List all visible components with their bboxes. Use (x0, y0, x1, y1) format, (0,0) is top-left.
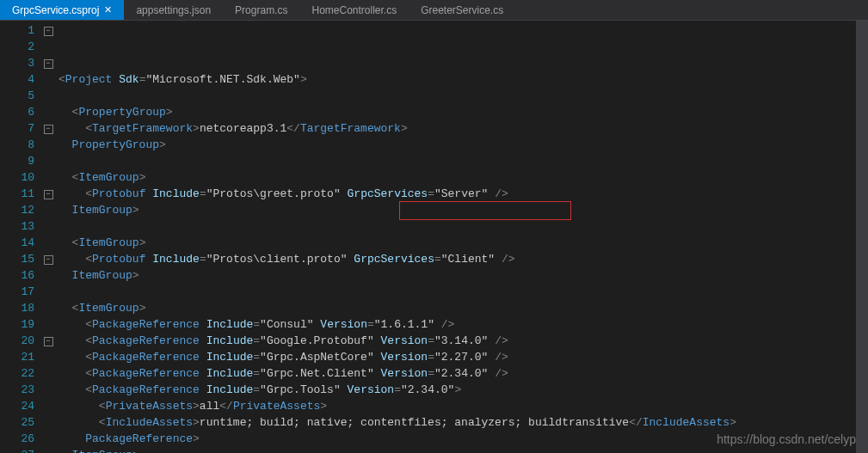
code-line: <ItemGroup> (58, 235, 868, 251)
code-line: <PackageReference Include="Google.Protob… (58, 333, 868, 349)
line-number: 8 (0, 137, 34, 153)
line-number: 3 (0, 55, 34, 71)
fold-toggle-icon[interactable]: − (44, 125, 53, 134)
tab-label: Program.cs (235, 4, 287, 16)
line-number: 14 (0, 235, 34, 251)
line-number: 7 (0, 120, 34, 137)
fold-toggle-icon[interactable]: − (44, 27, 53, 36)
code-line: <PackageReference Include="Grpc.AspNetCo… (58, 349, 868, 365)
fold-toggle-icon[interactable]: − (44, 337, 53, 346)
fold-toggle-icon[interactable]: − (44, 255, 53, 265)
tab-appsettings-json[interactable]: appsettings.json (124, 0, 223, 20)
line-number: 24 (0, 398, 34, 414)
line-number: 18 (0, 300, 34, 316)
fold-toggle-icon[interactable]: − (44, 59, 53, 69)
line-number: 12 (0, 202, 34, 218)
line-number: 11 (0, 186, 34, 202)
tab-bar: GrpcService.csproj✕appsettings.jsonProgr… (0, 0, 868, 21)
line-number: 2 (0, 39, 34, 55)
tab-greeterservice-cs[interactable]: GreeterService.cs (409, 0, 515, 20)
line-number: 10 (0, 169, 34, 186)
code-line: <Protobuf Include="Protos\client.proto" … (58, 251, 868, 267)
tab-homecontroller-cs[interactable]: HomeController.cs (299, 0, 409, 20)
line-number: 5 (0, 88, 34, 104)
fold-column: −−−−−− (41, 21, 55, 453)
code-line: <TargetFramework>netcoreapp3.1</TargetFr… (58, 120, 868, 137)
line-number: 25 (0, 414, 34, 431)
line-number: 22 (0, 365, 34, 382)
line-number: 16 (0, 267, 34, 284)
code-line: <PrivateAssets>all</PrivateAssets> (58, 398, 868, 414)
tab-program-cs[interactable]: Program.cs (223, 0, 299, 20)
tab-label: HomeController.cs (311, 4, 397, 16)
vertical-scrollbar[interactable] (856, 21, 868, 453)
code-line: ItemGroup> (58, 447, 868, 453)
line-number: 1 (0, 22, 34, 39)
tab-label: GreeterService.cs (421, 4, 503, 16)
code-line (58, 153, 868, 169)
line-number: 17 (0, 284, 34, 300)
code-line: <PackageReference Include="Consul" Versi… (58, 316, 868, 333)
code-line (58, 284, 868, 300)
code-line (58, 88, 868, 104)
line-number: 6 (0, 104, 34, 120)
tab-label: GrpcService.csproj (12, 4, 99, 16)
line-number: 26 (0, 431, 34, 447)
code-line: <Protobuf Include="Protos\greet.proto" G… (58, 186, 868, 202)
code-line: <ItemGroup> (58, 169, 868, 186)
line-number: 23 (0, 382, 34, 398)
line-number: 20 (0, 333, 34, 349)
line-number: 19 (0, 316, 34, 333)
code-line: <IncludeAssets>runtime; build; native; c… (58, 414, 868, 431)
code-editor: 1234567891011121314151617181920212223242… (0, 21, 868, 453)
code-area[interactable]: <Project Sdk="Microsoft.NET.Sdk.Web"> <P… (55, 21, 868, 453)
tab-grpcservice-csproj[interactable]: GrpcService.csproj✕ (0, 0, 124, 20)
code-line: <PackageReference Include="Grpc.Tools" V… (58, 382, 868, 398)
code-line: <Project Sdk="Microsoft.NET.Sdk.Web"> (58, 71, 868, 88)
code-line: <ItemGroup> (58, 300, 868, 316)
line-number: 9 (0, 153, 34, 169)
line-number: 4 (0, 71, 34, 88)
code-line: PropertyGroup> (58, 137, 868, 153)
code-line: ItemGroup> (58, 202, 868, 218)
line-number-gutter: 1234567891011121314151617181920212223242… (0, 21, 41, 453)
line-number: 21 (0, 349, 34, 365)
watermark-text: https://blog.csdn.net/celyp (717, 432, 856, 446)
fold-toggle-icon[interactable]: − (44, 190, 53, 199)
close-icon[interactable]: ✕ (104, 4, 112, 15)
line-number: 15 (0, 251, 34, 267)
code-line: <PropertyGroup> (58, 104, 868, 120)
code-line: ItemGroup> (58, 267, 868, 284)
code-line: <PackageReference Include="Grpc.Net.Clie… (58, 365, 868, 382)
code-line (58, 218, 868, 235)
tab-label: appsettings.json (136, 4, 211, 16)
line-number: 27 (0, 447, 34, 453)
line-number: 13 (0, 218, 34, 235)
